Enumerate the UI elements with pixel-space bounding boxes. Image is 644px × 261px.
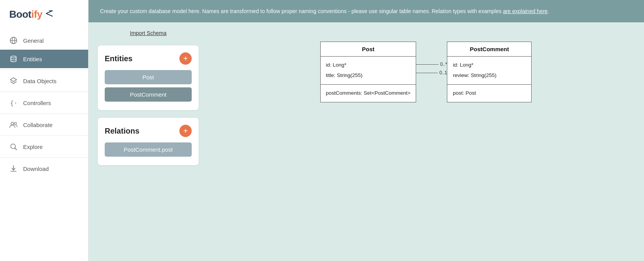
svg-point-7: [14, 122, 17, 125]
connector-label-top: 0..*: [440, 62, 447, 67]
sidebar: Bootify General Entities Data Objects {·…: [0, 0, 89, 261]
sidebar-item-explore-label: Explore: [23, 144, 43, 150]
erd-table-postcomment-header: PostComment: [447, 42, 531, 57]
sidebar-item-general-label: General: [23, 37, 43, 44]
erd-table-post-relations: postComments: Set<PostComment>: [321, 85, 416, 102]
sidebar-item-collaborate[interactable]: Collaborate: [0, 115, 88, 134]
svg-marker-4: [10, 78, 17, 82]
import-schema-link[interactable]: Import Schema: [98, 30, 199, 38]
entities-card: Entities + Post PostComment: [98, 45, 199, 110]
braces-icon: {···}: [9, 99, 18, 107]
main-content: Create your custom database model here. …: [89, 0, 644, 261]
erd-container: Post id: Long* title: String(255) postCo…: [320, 42, 532, 102]
erd-table-postcomment-relations: post: Post: [447, 85, 531, 102]
sidebar-item-entities[interactable]: Entities: [0, 50, 88, 68]
entity-postcomment-button[interactable]: PostComment: [105, 87, 192, 102]
erd-relation-post-postcomments: postComments: Set<PostComment>: [326, 88, 411, 98]
erd-table-post: Post id: Long* title: String(255) postCo…: [320, 42, 417, 102]
sidebar-item-explore[interactable]: Explore: [0, 137, 88, 156]
search-icon: [9, 142, 18, 151]
sidebar-item-download-label: Download: [23, 166, 49, 172]
left-panel: Import Schema Entities + Post PostCommen…: [89, 22, 208, 261]
sidebar-item-data-objects-label: Data Objects: [23, 78, 57, 84]
svg-point-6: [11, 122, 14, 125]
logo: Bootify: [0, 0, 88, 31]
add-relation-button[interactable]: +: [179, 125, 192, 137]
connector-bottom-line: [416, 73, 438, 74]
erd-table-postcomment-fields: id: Long* review: String(255): [447, 57, 531, 85]
svg-line-9: [15, 148, 17, 150]
diagram-area: Post id: Long* title: String(255) postCo…: [208, 22, 644, 261]
logo-boot: Boot: [9, 8, 31, 20]
erd-table-postcomment: PostComment id: Long* review: String(255…: [447, 42, 532, 102]
relations-card-header: Relations +: [105, 125, 192, 137]
layers-icon: [9, 77, 18, 85]
connector-label-bottom: 0..1: [439, 70, 447, 75]
download-icon: [9, 164, 18, 173]
erd-field-postcomment-id: id: Long*: [453, 60, 526, 70]
sidebar-item-data-objects[interactable]: Data Objects: [0, 72, 88, 90]
sidebar-item-entities-label: Entities: [23, 56, 42, 62]
entity-post-button[interactable]: Post: [105, 70, 192, 84]
relations-card: Relations + PostComment.post: [98, 118, 199, 165]
erd-field-postcomment-review: review: String(255): [453, 70, 526, 80]
sidebar-item-controllers[interactable]: {···} Controllers: [0, 94, 88, 112]
database-icon: [9, 55, 18, 63]
info-banner-text: Create your custom database model here. …: [100, 8, 503, 14]
sidebar-item-controllers-label: Controllers: [23, 100, 51, 106]
sidebar-item-general[interactable]: General: [0, 31, 88, 50]
erd-table-post-fields: id: Long* title: String(255): [321, 57, 416, 85]
globe-icon: [9, 36, 18, 45]
info-banner-link[interactable]: are explained here: [503, 8, 548, 14]
people-icon: [9, 120, 18, 129]
logo-ify: ify: [31, 8, 42, 20]
connector-top-line: [416, 64, 438, 65]
erd-field-post-id: id: Long*: [326, 60, 411, 70]
info-banner-text-after: .: [548, 8, 549, 14]
erd-relation-postcomment-post: post: Post: [453, 88, 526, 98]
sidebar-item-collaborate-label: Collaborate: [23, 122, 53, 128]
erd-table-post-header: Post: [321, 42, 416, 57]
svg-text:{···}: {···}: [10, 99, 17, 107]
entities-card-title: Entities: [105, 54, 132, 63]
add-entity-button[interactable]: +: [179, 52, 192, 65]
relation-postcomment-post-button[interactable]: PostComment.post: [105, 142, 192, 157]
relations-card-title: Relations: [105, 127, 139, 136]
erd-field-post-title: title: String(255): [326, 70, 411, 80]
svg-point-3: [11, 56, 16, 58]
connector-top-row: 0..*: [416, 62, 447, 67]
content-area: Import Schema Entities + Post PostCommen…: [89, 22, 644, 261]
connector-bottom-row: 0..1: [416, 70, 447, 75]
erd-connector: 0..* 0..1: [416, 62, 447, 75]
logo-arrow-icon: [45, 10, 53, 19]
sidebar-item-download[interactable]: Download: [0, 159, 88, 178]
info-banner: Create your custom database model here. …: [89, 0, 644, 22]
entities-card-header: Entities +: [105, 52, 192, 65]
